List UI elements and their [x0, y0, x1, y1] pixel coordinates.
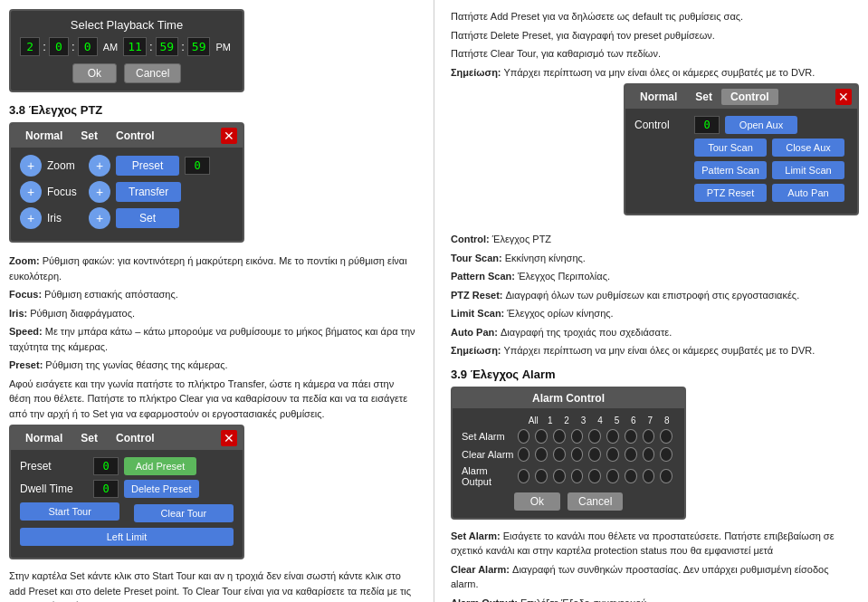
alarm-cancel-button[interactable]: Cancel: [568, 492, 623, 511]
alarm-desc-clear: Clear Alarm: Διαγραφή των συνθηκών προστ…: [451, 562, 859, 592]
ctrl-control-label: Control: [634, 119, 689, 131]
close-aux-button[interactable]: Close Aux: [772, 139, 844, 157]
add-preset-button[interactable]: Add Preset: [124, 457, 196, 475]
limit-scan-button[interactable]: Limit Scan: [772, 161, 844, 179]
auto-pan-button[interactable]: Auto Pan: [772, 184, 844, 202]
ctrl-tab-normal[interactable]: Normal: [631, 89, 686, 105]
clear-alarm-5[interactable]: [606, 447, 619, 462]
cancel-button[interactable]: Cancel: [124, 63, 181, 83]
zoom-plus-btn[interactable]: +: [89, 155, 110, 177]
clear-alarm-3[interactable]: [571, 447, 584, 462]
alarm-desc-set: Set Alarm: Εισάγετε το κανάλι που θέλετε…: [451, 529, 859, 559]
ptz-reset-button[interactable]: PTZ Reset: [694, 184, 767, 202]
ok-button[interactable]: Ok: [72, 63, 117, 83]
set-alarm-8[interactable]: [660, 429, 672, 444]
start-tour-button[interactable]: Start Tour: [20, 502, 119, 521]
tab-set[interactable]: Set: [72, 128, 107, 144]
end-sec[interactable]: 59: [187, 37, 211, 56]
alarm-output-all[interactable]: [518, 469, 530, 483]
close-icon[interactable]: ✕: [221, 128, 237, 144]
focus-minus-btn[interactable]: +: [20, 181, 42, 203]
sep4: :: [181, 40, 185, 53]
set-alarm-all[interactable]: [518, 429, 530, 444]
tour-body: Preset 0 Add Preset Dwell Time 0 Delete …: [11, 450, 243, 558]
set-alarm-5[interactable]: [606, 429, 619, 444]
set-alarm-3[interactable]: [571, 429, 584, 444]
alarm-output-5[interactable]: [606, 469, 619, 483]
open-aux-button[interactable]: Open Aux: [725, 116, 797, 134]
alarm-col-1: 1: [541, 416, 558, 425]
ptz-widget: Normal Set Control ✕ + Zoom + Preset 0 +…: [9, 122, 244, 243]
alarm-output-3[interactable]: [571, 469, 584, 483]
right-intro-2: Πατήστε Delete Preset, για διαγραφή τον …: [451, 28, 859, 43]
clear-alarm-2[interactable]: [553, 447, 566, 462]
set-button[interactable]: Set: [116, 208, 179, 228]
set-alarm-1[interactable]: [535, 429, 548, 444]
alarm-desc-output: Alarm Output: Επιλέξτε Έξοδο συναγερμού: [451, 596, 859, 603]
clear-alarm-6[interactable]: [625, 447, 637, 462]
ctrl-close-icon[interactable]: ✕: [835, 89, 852, 105]
start-sec[interactable]: 0: [78, 37, 98, 56]
playback-time-row: 2 : 0 : 0 AM 11 : 59 : 59 PM: [20, 37, 234, 56]
ctrl-tab-control[interactable]: Control: [721, 89, 778, 105]
tour-close-icon[interactable]: ✕: [221, 430, 237, 446]
end-hour[interactable]: 11: [123, 37, 147, 56]
clear-tour-button[interactable]: Clear Tour: [134, 504, 234, 522]
end-min[interactable]: 59: [156, 37, 179, 56]
transfer-button[interactable]: Transfer: [116, 182, 181, 202]
delete-preset-button[interactable]: Delete Preset: [124, 480, 199, 498]
alarm-output-1[interactable]: [535, 469, 548, 483]
ctrl-note: Σημείωση: Υπάρχει περίπτωση να μην είναι…: [451, 343, 859, 358]
alarm-output-2[interactable]: [553, 469, 566, 483]
start-hour[interactable]: 2: [20, 37, 40, 56]
clear-alarm-7[interactable]: [643, 447, 655, 462]
set-alarm-4[interactable]: [588, 429, 601, 444]
set-alarm-7[interactable]: [643, 429, 655, 444]
tour-tab-normal[interactable]: Normal: [16, 430, 72, 446]
tab-normal[interactable]: Normal: [16, 128, 72, 144]
zoom-minus-btn[interactable]: +: [20, 155, 42, 177]
alarm-output-7[interactable]: [643, 469, 655, 483]
clear-alarm-4[interactable]: [588, 447, 601, 462]
ctrl-num[interactable]: 0: [694, 116, 720, 134]
alarm-widget-title: Alarm Control: [453, 388, 684, 408]
clear-alarm-all[interactable]: [518, 447, 530, 462]
tour-tab-control[interactable]: Control: [107, 430, 164, 446]
alarm-ok-button[interactable]: Ok: [514, 492, 560, 511]
sep2: :: [72, 40, 75, 53]
ctrl-ptz-row: PTZ Reset Auto Pan: [634, 184, 848, 202]
set-alarm-6[interactable]: [625, 429, 637, 444]
alarm-output-6[interactable]: [625, 469, 637, 483]
alarm-output-label: Alarm Output: [462, 465, 515, 487]
set-alarm-2[interactable]: [553, 429, 566, 444]
left-limit-button[interactable]: Left Limit: [20, 528, 234, 546]
tour-scan-button[interactable]: Tour Scan: [694, 139, 767, 157]
section-header-ptz: 3.8 Έλεγχος PTZ: [9, 103, 417, 117]
pm-label: PM: [215, 42, 231, 53]
start-min[interactable]: 0: [49, 37, 69, 56]
ptz-desc-zoom: Zoom: Ρύθμιση φακών: για κοντινότερη ή μ…: [9, 253, 417, 283]
ctrl-tab-set[interactable]: Set: [686, 89, 721, 105]
clear-alarm-8[interactable]: [660, 447, 672, 462]
ptz-desc-iris: Iris: Ρύθμιση διαφράγματος.: [9, 306, 417, 321]
preset-button[interactable]: Preset: [116, 156, 179, 176]
tour-preset-num[interactable]: 0: [93, 457, 119, 475]
sep3: :: [149, 40, 153, 53]
iris-minus-btn[interactable]: +: [20, 207, 42, 229]
alarm-output-4[interactable]: [588, 469, 601, 483]
tour-dwell-num[interactable]: 0: [93, 480, 119, 498]
preset-num[interactable]: 0: [185, 157, 210, 175]
control-widget: Normal Set Control ✕ Control 0 Open Aux: [624, 83, 859, 215]
right-intro-note: Σημείωση: Υπάρχει περίπτωση να μην είναι…: [451, 65, 859, 81]
tour-widget-header: Normal Set Control ✕: [11, 426, 243, 450]
focus-plus-btn[interactable]: +: [89, 181, 110, 203]
pattern-scan-button[interactable]: Pattern Scan: [694, 161, 767, 179]
tour-tab-set[interactable]: Set: [72, 430, 107, 446]
iris-plus-btn[interactable]: +: [89, 207, 110, 229]
ctrl-tour-row: Tour Scan Close Aux: [634, 139, 848, 157]
ctrl-desc-auto: Auto Pan: Διαγραφή της τροχιάς που σχεδι…: [451, 325, 859, 340]
clear-alarm-1[interactable]: [535, 447, 548, 462]
tab-control[interactable]: Control: [107, 128, 164, 144]
tour-desc-1: Στην καρτέλα Set κάντε κλικ στο Start To…: [9, 569, 417, 602]
alarm-output-8[interactable]: [660, 469, 672, 483]
